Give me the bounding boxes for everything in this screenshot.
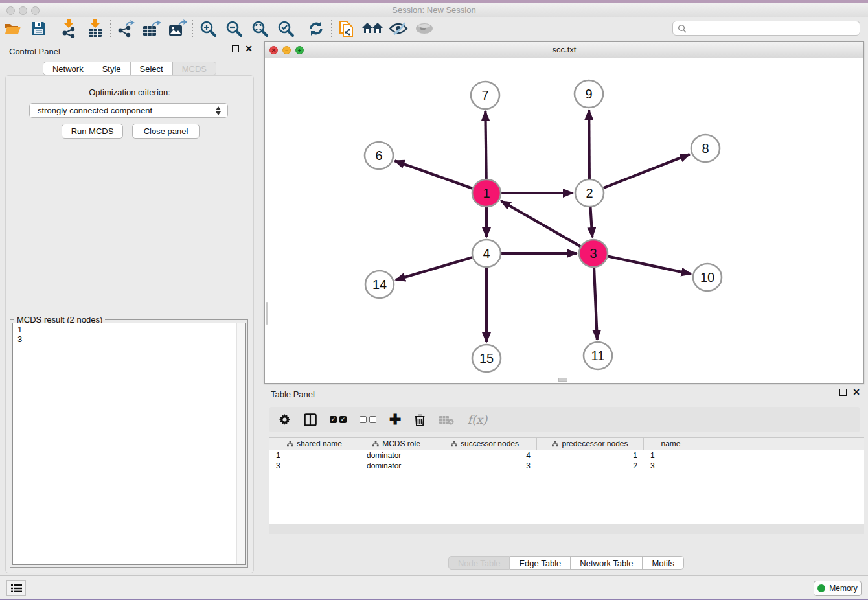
column-header-successor-nodes[interactable]: successor nodes xyxy=(433,438,537,450)
column-header-MCDS-role[interactable]: MCDS role xyxy=(360,438,433,450)
graph-node-label: 9 xyxy=(585,87,592,101)
folder-open-icon xyxy=(4,21,22,36)
tab-motifs[interactable]: Motifs xyxy=(643,556,684,570)
import-network-icon xyxy=(61,19,78,38)
close-table-panel-icon[interactable]: ✕ xyxy=(852,389,860,396)
layout-button[interactable] xyxy=(360,18,385,39)
graph-node-label: 8 xyxy=(702,141,709,156)
graph-edge-1-7[interactable] xyxy=(485,111,486,179)
list-icon xyxy=(11,584,22,593)
tab-style[interactable]: Style xyxy=(93,62,131,75)
column-header-predecessor-nodes[interactable]: predecessor nodes xyxy=(537,438,644,450)
network-window-titlebar[interactable]: ✕ − + scc.txt xyxy=(265,42,863,58)
search-input[interactable] xyxy=(687,24,860,33)
table-scrollbar-track[interactable] xyxy=(269,524,864,534)
search-field[interactable] xyxy=(672,21,860,36)
table-cell[interactable]: 3 xyxy=(269,461,360,470)
zoom-out-icon xyxy=(225,20,243,38)
table-row: 3dominator323 xyxy=(269,461,864,471)
show-eye-icon xyxy=(415,22,434,35)
network-view-window: ✕ − + scc.txt 7968124314101511 xyxy=(264,41,864,384)
close-panel-icon[interactable]: ✕ xyxy=(245,45,253,52)
graph-edge-3-10[interactable] xyxy=(608,257,691,274)
table-cell[interactable]: dominator xyxy=(360,461,433,470)
zoom-out-button[interactable] xyxy=(221,18,247,39)
network-canvas[interactable]: 7968124314101511 xyxy=(266,59,863,382)
export-table-button[interactable] xyxy=(139,18,165,39)
graph-edge-2-8[interactable] xyxy=(603,154,689,188)
tab-select[interactable]: Select xyxy=(131,62,173,75)
column-header-shared-name[interactable]: shared name xyxy=(269,438,360,450)
graph-edge-1-6[interactable] xyxy=(395,161,473,188)
export-image-button[interactable] xyxy=(165,18,190,39)
main-toolbar xyxy=(0,17,868,40)
hide-graphics-button[interactable] xyxy=(385,18,411,39)
open-session-button[interactable] xyxy=(0,18,26,39)
documents-share-icon xyxy=(338,19,355,38)
select-all-columns-button[interactable]: ✓ ✓ xyxy=(330,416,347,423)
network-window-title: scc.txt xyxy=(265,45,863,54)
export-network-button[interactable] xyxy=(113,18,139,39)
save-session-button[interactable] xyxy=(26,18,52,39)
unchecked-box-icon xyxy=(369,416,376,423)
table-cell[interactable]: dominator xyxy=(360,451,433,460)
table-cell[interactable]: 2 xyxy=(537,461,644,470)
checked-box-icon: ✓ xyxy=(339,416,347,423)
refresh-view-button[interactable] xyxy=(303,18,329,39)
column-header-name[interactable]: name xyxy=(644,438,698,450)
graph-edge-3-11[interactable] xyxy=(594,268,597,340)
mcds-panel: Optimization criterion: strongly connect… xyxy=(5,75,254,573)
task-history-button[interactable] xyxy=(6,580,26,596)
hide-graphics-eye-icon xyxy=(389,21,408,36)
mcds-result-text: 1 3 xyxy=(13,323,245,344)
refresh-icon xyxy=(308,20,325,37)
import-network-button[interactable] xyxy=(56,18,82,39)
node-table: shared nameMCDS rolesuccessor nodesprede… xyxy=(269,437,864,524)
zoom-selected-button[interactable] xyxy=(273,18,299,39)
table-cell[interactable]: 3 xyxy=(644,461,698,470)
memory-button[interactable]: Memory xyxy=(814,581,862,596)
graph-edge-2-3[interactable] xyxy=(590,207,592,237)
table-cell[interactable]: 4 xyxy=(433,451,537,460)
table-cell[interactable]: 1 xyxy=(644,451,698,460)
table-cell[interactable]: 1 xyxy=(537,451,644,460)
canvas-horizontal-scrollbar-thumb[interactable] xyxy=(558,378,567,382)
zoom-in-button[interactable] xyxy=(195,18,221,39)
result-scrollbar[interactable] xyxy=(236,323,245,564)
optimization-criterion-label: Optimization criterion: xyxy=(6,87,253,97)
add-column-button[interactable]: ✚ xyxy=(389,413,401,426)
clone-network-button[interactable] xyxy=(334,18,360,39)
table-cell[interactable]: 3 xyxy=(433,461,537,470)
canvas-vertical-scrollbar-thumb[interactable] xyxy=(266,302,268,325)
show-columns-button[interactable] xyxy=(304,413,317,426)
delete-column-button[interactable] xyxy=(414,413,426,426)
table-options-button[interactable] xyxy=(279,413,291,426)
application-window: Session: New Session xyxy=(0,0,868,600)
delete-table-button[interactable] xyxy=(439,415,454,425)
graph-node-label: 15 xyxy=(479,351,494,365)
import-table-button[interactable] xyxy=(82,18,108,39)
table-cell[interactable]: 1 xyxy=(269,451,360,460)
tab-network[interactable]: Network xyxy=(43,62,93,75)
float-panel-icon[interactable] xyxy=(232,45,239,52)
float-table-panel-icon[interactable] xyxy=(839,389,847,396)
graph-node-label: 14 xyxy=(372,277,387,292)
zoom-fit-button[interactable] xyxy=(247,18,273,39)
mcds-result-area[interactable]: 1 3 xyxy=(12,323,246,565)
run-mcds-button[interactable]: Run MCDS xyxy=(62,124,123,139)
show-graphics-button[interactable] xyxy=(411,18,437,39)
close-panel-button[interactable]: Close panel xyxy=(132,124,200,139)
tab-network-table[interactable]: Network Table xyxy=(571,556,643,570)
function-builder-button[interactable]: f(x) xyxy=(467,413,487,426)
tab-mcds[interactable]: MCDS xyxy=(173,62,216,75)
titlebar: Session: New Session xyxy=(0,3,868,17)
criterion-dropdown[interactable]: strongly connected component xyxy=(29,103,228,118)
tab-node-table[interactable]: Node Table xyxy=(448,556,510,570)
graph-edge-4-14[interactable] xyxy=(396,257,472,280)
unselect-all-columns-button[interactable] xyxy=(360,416,376,423)
tab-edge-table[interactable]: Edge Table xyxy=(510,556,571,570)
zoom-selected-icon xyxy=(277,20,295,38)
save-icon xyxy=(31,21,47,36)
graph-edge-3-1[interactable] xyxy=(501,201,580,246)
graph-edge-2-9[interactable] xyxy=(589,110,589,179)
